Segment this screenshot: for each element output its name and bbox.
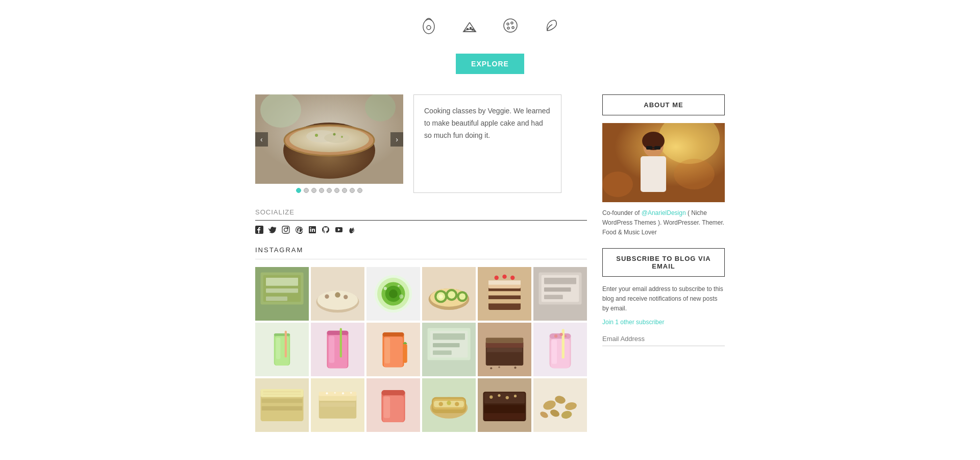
instagram-icon[interactable] — [282, 226, 290, 236]
food-icon-2 — [459, 15, 480, 38]
svg-rect-101 — [433, 351, 452, 355]
slider-dot-3[interactable] — [311, 188, 316, 193]
slider-next-button[interactable]: › — [390, 132, 403, 147]
subscribe-label: SUBSCRIBE TO BLOG VIA EMAIL — [616, 255, 710, 270]
svg-rect-122 — [261, 389, 304, 397]
social-icons-row — [255, 226, 587, 236]
svg-rect-105 — [487, 348, 522, 352]
instagram-image-16[interactable] — [422, 378, 476, 432]
join-subscribers-text: Join 1 other subscriber — [602, 319, 725, 326]
svg-rect-171 — [654, 146, 660, 150]
svg-rect-95 — [403, 344, 407, 363]
email-address-input[interactable] — [602, 332, 725, 346]
explore-button[interactable]: EXPLORE — [456, 54, 524, 74]
svg-rect-75 — [544, 278, 576, 284]
svg-point-50 — [384, 287, 387, 290]
slider-dot-8[interactable] — [350, 188, 355, 193]
svg-rect-131 — [320, 402, 355, 406]
slider-prev-button[interactable]: ‹ — [255, 132, 268, 147]
about-me-box: ABOUT ME — [602, 94, 725, 115]
top-icons-section: EXPLORE — [0, 0, 980, 94]
instagram-image-11[interactable] — [478, 323, 531, 376]
socialize-section: SOCIALIZE — [255, 208, 587, 236]
svg-rect-80 — [274, 333, 290, 336]
svg-rect-82 — [276, 337, 280, 359]
instagram-image-7[interactable] — [255, 323, 309, 376]
slider-dot-1[interactable] — [296, 188, 301, 193]
svg-rect-35 — [266, 278, 298, 286]
instagram-image-2[interactable] — [311, 267, 364, 321]
svg-point-133 — [334, 392, 336, 394]
svg-rect-100 — [433, 343, 460, 347]
svg-point-43 — [344, 295, 348, 299]
svg-rect-138 — [381, 390, 405, 396]
about-link[interactable]: @AnarielDesign — [642, 209, 686, 216]
food-icon-3 — [500, 15, 521, 38]
svg-point-148 — [455, 402, 459, 406]
instagram-image-1[interactable] — [255, 267, 309, 321]
right-sidebar: ABOUT ME — [602, 94, 725, 432]
svg-point-157 — [514, 395, 517, 397]
slider-dot-6[interactable] — [334, 188, 339, 193]
food-icon-4 — [541, 15, 561, 38]
svg-point-0 — [423, 19, 434, 34]
slider-dot-4[interactable] — [319, 188, 324, 193]
instagram-image-13[interactable] — [255, 378, 309, 432]
svg-point-49 — [389, 289, 398, 298]
instagram-image-6[interactable] — [533, 267, 587, 321]
slider-image — [255, 94, 403, 184]
pinterest-icon[interactable] — [295, 226, 303, 236]
linkedin-icon[interactable] — [308, 226, 316, 236]
svg-point-60 — [448, 291, 455, 299]
food-icons-row — [0, 0, 980, 49]
instagram-image-5[interactable] — [478, 267, 531, 321]
slider-dot-2[interactable] — [304, 188, 309, 193]
facebook-icon[interactable] — [255, 226, 263, 236]
instagram-image-4[interactable] — [422, 267, 476, 321]
svg-rect-36 — [266, 288, 298, 293]
svg-point-108 — [490, 367, 492, 369]
svg-point-173 — [674, 159, 715, 189]
instagram-image-3[interactable] — [366, 267, 420, 321]
svg-rect-170 — [646, 146, 652, 150]
svg-point-58 — [439, 295, 443, 299]
svg-point-62 — [459, 293, 465, 300]
instagram-grid — [255, 267, 587, 432]
svg-rect-77 — [544, 295, 563, 299]
quote-box: Cooking classes by Veggie. We learned to… — [413, 94, 561, 193]
instagram-image-12[interactable] — [533, 323, 587, 376]
slider-dot-9[interactable] — [357, 188, 362, 193]
svg-rect-126 — [262, 406, 303, 410]
svg-point-9 — [507, 23, 509, 25]
svg-point-154 — [489, 396, 493, 399]
subscribe-description: Enter your email address to subscribe to… — [602, 284, 725, 314]
instagram-image-9[interactable] — [366, 323, 420, 376]
github-icon[interactable] — [322, 226, 330, 236]
svg-point-117 — [554, 334, 557, 337]
youtube-icon[interactable] — [335, 226, 343, 236]
instagram-image-15[interactable] — [366, 378, 420, 432]
slider-viewport: ‹ › — [255, 94, 403, 184]
instagram-image-8[interactable] — [311, 323, 364, 376]
svg-rect-86 — [327, 331, 349, 335]
svg-point-70 — [502, 275, 506, 279]
vimeo-icon[interactable] — [348, 226, 356, 236]
svg-rect-140 — [384, 397, 390, 418]
slider-dot-5[interactable] — [327, 188, 332, 193]
instagram-image-14[interactable] — [311, 378, 364, 432]
svg-rect-66 — [488, 291, 521, 295]
svg-point-135 — [350, 392, 352, 394]
left-column: ‹ › — [255, 94, 587, 432]
explore-btn-wrap: EXPLORE — [0, 49, 980, 94]
slider-dot-7[interactable] — [342, 188, 347, 193]
instagram-image-18[interactable] — [533, 378, 587, 432]
svg-rect-158 — [533, 378, 587, 432]
twitter-icon[interactable] — [268, 226, 277, 236]
svg-point-42 — [335, 292, 340, 298]
instagram-image-10[interactable] — [422, 323, 476, 376]
svg-point-52 — [399, 295, 403, 299]
instagram-image-17[interactable] — [478, 378, 531, 432]
svg-point-155 — [498, 394, 500, 397]
instagram-section: INSTAGRAM — [255, 246, 587, 432]
svg-rect-94 — [385, 337, 390, 363]
